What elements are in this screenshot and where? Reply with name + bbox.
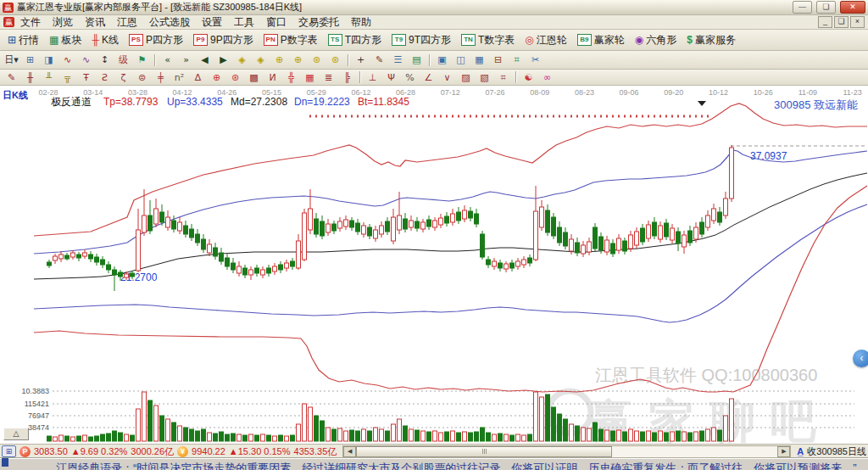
toolbar3-icon-6[interactable]: ζ — [114, 70, 132, 86]
toolbar3-icon-13[interactable]: ▩ — [245, 70, 263, 86]
toolbar2-icon-23[interactable]: ▤ — [408, 52, 426, 68]
menu-item-0[interactable]: 文件 — [14, 15, 47, 30]
toolbar2-icon-28[interactable]: ⊟ — [489, 52, 507, 68]
toolbar3-icon-7[interactable]: ⊜ — [133, 70, 151, 86]
nav-prev-circle-button[interactable]: ‹ — [853, 350, 868, 367]
minimize-button[interactable]: — — [793, 1, 812, 14]
menu-item-9[interactable]: 帮助 — [345, 15, 377, 30]
menu-item-2[interactable]: 资讯 — [79, 15, 111, 30]
toolbar3-icon-12[interactable]: ⊛ — [226, 70, 244, 86]
toolbar2-icon-14[interactable]: ◈ — [252, 52, 270, 68]
toolbar2-icon-13[interactable]: ◈ — [233, 52, 251, 68]
expand-volume-button[interactable]: △ — [3, 428, 29, 440]
toolbar-item-P四方形[interactable]: PSP四方形 — [125, 33, 187, 48]
toolbar3-icon-20[interactable]: ⊥ — [364, 70, 381, 86]
toolbar3-icon-21[interactable]: Ψ — [382, 70, 400, 86]
toolbar2-icon-1[interactable]: ⊞ — [21, 52, 39, 68]
toolbar3-icon-18[interactable]: ╠ — [338, 70, 356, 86]
font-a-icon[interactable]: A̲ — [797, 446, 804, 456]
toolbar2-icon-21[interactable]: ✎ — [370, 52, 388, 68]
marker-triangle-icon[interactable] — [698, 101, 706, 106]
toolbar-item-T四方形[interactable]: TST四方形 — [324, 33, 386, 48]
mdi-button-0[interactable]: _ — [818, 16, 832, 28]
toolbar3-icon-23[interactable]: ∠ — [420, 70, 437, 86]
scroll-right-arrow[interactable]: ▶ — [777, 446, 790, 457]
toolbar-item-行情[interactable]: ⊞行情 — [3, 33, 43, 48]
menu-item-3[interactable]: 江恩 — [111, 15, 143, 30]
toolbar-item-江恩轮[interactable]: ◎江恩轮 — [520, 33, 570, 48]
toolbar3-icon-16[interactable]: ▦ — [301, 70, 319, 86]
toolbar3-icon-3[interactable]: ╦ — [58, 70, 76, 86]
toolbar-item-9P四方形[interactable]: P99P四方形 — [189, 33, 258, 48]
toolbar2-icon-26[interactable]: ◫ — [452, 52, 470, 68]
menu-item-6[interactable]: 工具 — [228, 15, 260, 30]
toolbar-separator — [348, 54, 348, 66]
toolbar2-icon-20[interactable]: + — [352, 52, 370, 68]
toolbar-item-赢家服务[interactable]: $赢家服务 — [682, 33, 740, 48]
toolbar2-icon-15[interactable]: ⊕ — [270, 52, 288, 68]
scrollbar-thumb[interactable] — [356, 446, 612, 457]
toolbar2-icon-4[interactable]: ∿ — [77, 52, 95, 68]
toolbar3-icon-27[interactable]: ⌗ — [494, 70, 512, 86]
date-label: 10-26 — [754, 88, 773, 97]
toolbar2-icon-9[interactable]: « — [159, 52, 176, 68]
toolbar2-icon-12[interactable]: ▶ — [214, 52, 232, 68]
toolbar3-icon-11[interactable]: ⊕ — [208, 70, 225, 86]
toolbar2-icon-27[interactable]: ▦ — [470, 52, 488, 68]
toolbar2-icon-25[interactable]: ▣ — [433, 52, 451, 68]
toolbar3-icon-4[interactable]: Ŧ — [77, 70, 95, 86]
pane-tab-daily-kline[interactable]: 日K线 — [3, 89, 28, 102]
toolbar-item-板块[interactable]: ▦板块 — [45, 33, 86, 48]
toolbar-item-icon: ╫ — [92, 34, 99, 46]
toolbar3-icon-24[interactable]: ∨ — [438, 70, 456, 86]
chart-horizontal-scrollbar[interactable]: ◀ ▶ — [342, 445, 791, 458]
toolbar3-icon-0[interactable]: ✎ — [3, 70, 20, 86]
toolbar3-icon-10[interactable]: ∆ — [189, 70, 207, 86]
toolbar3-icon-2[interactable]: ╨ — [40, 70, 58, 86]
toolbar3-icon-22[interactable]: % — [401, 70, 419, 86]
quote-table-icon[interactable]: ⊞ — [2, 445, 16, 457]
toolbar2-icon-18[interactable]: ⊛ — [326, 52, 344, 68]
toolbar-item-9T四方形[interactable]: T99T四方形 — [387, 33, 455, 48]
close-button[interactable]: ✕ — [840, 1, 865, 14]
toolbar2-icon-16[interactable]: ⊕ — [289, 52, 307, 68]
mdi-button-2[interactable]: × — [850, 16, 865, 28]
toolbar3-icon-25[interactable]: ▨ — [457, 70, 475, 86]
maximize-button[interactable]: ❏ — [816, 1, 836, 14]
toolbar2-icon-7[interactable]: ⚑ — [133, 52, 151, 68]
toolbar3-icon-14[interactable]: И — [264, 70, 281, 86]
toolbar2-icon-22[interactable]: ☰ — [389, 52, 407, 68]
toolbar2-icon-29[interactable]: ⌗ — [508, 52, 526, 68]
toolbar2-icon-5[interactable]: ↕ — [96, 52, 114, 68]
toolbar2-icon-30[interactable]: ✂ — [526, 52, 544, 68]
menu-item-7[interactable]: 窗口 — [260, 15, 292, 30]
toolbar-item-赢家轮[interactable]: B9赢家轮 — [573, 33, 629, 48]
toolbar2-icon-6[interactable]: 级 — [114, 52, 132, 68]
toolbar3-icon-9[interactable]: n² — [170, 70, 188, 86]
chart-area[interactable]: 江恩工具软件 QQ:100800360赢家聊吧10.38831154217694… — [0, 86, 868, 444]
toolbar2-icon-10[interactable]: » — [177, 52, 195, 68]
toolbar2-icon-2[interactable]: ◨ — [40, 52, 58, 68]
toolbar3-icon-26[interactable]: ▧ — [476, 70, 493, 86]
menu-item-5[interactable]: 设置 — [196, 15, 228, 30]
toolbar3-icon-15[interactable]: ╬ — [282, 70, 300, 86]
toolbar-item-K线[interactable]: ╫K线 — [87, 33, 123, 48]
toolbar2-icon-0[interactable]: 日▾ — [3, 52, 20, 68]
menu-item-1[interactable]: 浏览 — [47, 15, 79, 30]
toolbar3-icon-5[interactable]: Ƨ — [96, 70, 114, 86]
toolbar3-icon-17[interactable]: ≣ — [320, 70, 337, 86]
toolbar3-icon-8[interactable]: ╪ — [152, 70, 170, 86]
menu-item-4[interactable]: 公式选股 — [143, 15, 196, 30]
toolbar2-icon-11[interactable]: ◀ — [196, 52, 214, 68]
menu-item-8[interactable]: 交易委托 — [292, 15, 345, 30]
toolbar3-icon-29[interactable]: ☯ — [520, 70, 537, 86]
toolbar3-icon-1[interactable]: ╫ — [21, 70, 39, 86]
toolbar3-icon-30[interactable]: ∞ — [538, 70, 556, 86]
toolbar2-icon-3[interactable]: ∿ — [58, 52, 76, 68]
toolbar-item-P数字表[interactable]: PNP数字表 — [259, 33, 322, 48]
toolbar-item-T数字表[interactable]: TNT数字表 — [457, 33, 519, 48]
toolbar2-icon-17[interactable]: ⊛ — [308, 52, 326, 68]
scroll-left-arrow[interactable]: ◀ — [343, 446, 356, 457]
toolbar-item-六角形[interactable]: ◉六角形 — [631, 33, 681, 48]
mdi-button-1[interactable]: ❏ — [834, 16, 849, 28]
